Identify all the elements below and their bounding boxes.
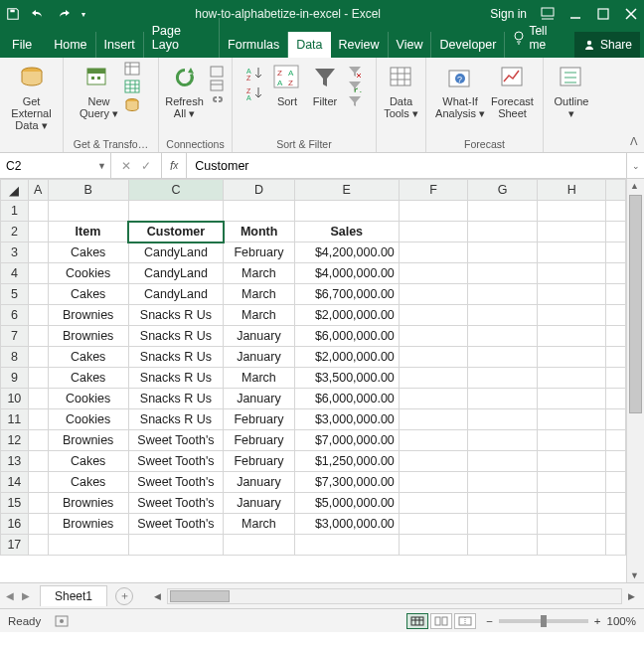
tell-me[interactable]: Tell me (505, 18, 574, 58)
tab-page-layo[interactable]: Page Layo (144, 18, 220, 58)
cell-E14[interactable]: $7,300,000.00 (294, 472, 399, 493)
forecast-sheet-button[interactable]: Forecast Sheet (491, 62, 534, 119)
cell-D13[interactable]: February (224, 451, 294, 472)
cell-E11[interactable]: $3,000,000.00 (294, 409, 399, 430)
cell-G16[interactable] (468, 514, 538, 535)
row-header-11[interactable]: 11 (1, 409, 29, 430)
collapse-ribbon-icon[interactable]: ᐱ (630, 135, 638, 148)
row-header-15[interactable]: 15 (1, 493, 29, 514)
scroll-right-icon[interactable]: ▶ (628, 591, 635, 601)
cell-F1[interactable] (399, 201, 467, 222)
cell-H12[interactable] (537, 430, 606, 451)
cell-A13[interactable] (28, 451, 48, 472)
col-header-H[interactable]: H (537, 180, 606, 201)
row-header-2[interactable]: 2 (1, 222, 29, 242)
col-header-G[interactable]: G (468, 180, 538, 201)
cell-H13[interactable] (537, 451, 606, 472)
cell-C4[interactable]: CandyLand (128, 263, 224, 284)
cell-F11[interactable] (399, 409, 467, 430)
fx-icon[interactable]: fx (162, 153, 187, 178)
cell-C5[interactable]: CandyLand (128, 284, 224, 305)
cell-F15[interactable] (399, 493, 467, 514)
col-header-B[interactable]: B (48, 180, 128, 201)
cell-D2[interactable]: Month (224, 222, 294, 242)
edit-links-icon[interactable] (210, 93, 226, 105)
cell-E3[interactable]: $4,200,000.00 (294, 242, 399, 263)
cell-C14[interactable]: Sweet Tooth's (128, 472, 224, 493)
cell-B17[interactable] (48, 535, 128, 556)
cell-F2[interactable] (399, 222, 467, 242)
col-header-E[interactable]: E (294, 180, 399, 201)
new-query-button[interactable]: New Query ▾ (80, 62, 118, 119)
cell-D10[interactable]: January (224, 389, 294, 409)
cell-E4[interactable]: $4,000,000.00 (294, 263, 399, 284)
cell-E10[interactable]: $6,000,000.00 (294, 389, 399, 409)
cell-B15[interactable]: Brownies (48, 493, 128, 514)
select-all-corner[interactable]: ◢ (1, 180, 29, 201)
cell-A11[interactable] (28, 409, 48, 430)
cell-B8[interactable]: Cakes (48, 347, 128, 368)
cell-H1[interactable] (537, 201, 606, 222)
cell-B12[interactable]: Brownies (48, 430, 128, 451)
cell-E15[interactable]: $5,000,000.00 (294, 493, 399, 514)
cell-A9[interactable] (28, 368, 48, 389)
cell-F12[interactable] (399, 430, 467, 451)
cell-G14[interactable] (468, 472, 538, 493)
cancel-formula-icon[interactable]: ✕ (121, 159, 131, 173)
cell-A15[interactable] (28, 493, 48, 514)
formula-input[interactable] (195, 159, 618, 173)
cell-B1[interactable] (48, 201, 128, 222)
row-header-9[interactable]: 9 (1, 368, 29, 389)
cell-F14[interactable] (399, 472, 467, 493)
cell-B2[interactable]: Item (48, 222, 128, 242)
cell-A5[interactable] (28, 284, 48, 305)
clear-filter-icon[interactable] (347, 66, 363, 78)
cell-F17[interactable] (399, 535, 467, 556)
cell-E1[interactable] (294, 201, 399, 222)
cell-C11[interactable]: Snacks R Us (128, 409, 224, 430)
name-box[interactable]: ▼ (0, 153, 111, 178)
sort-button[interactable]: ZAAZ Sort (271, 62, 303, 107)
cell-C13[interactable]: Sweet Tooth's (128, 451, 224, 472)
cell-B10[interactable]: Cookies (48, 389, 128, 409)
row-header-4[interactable]: 4 (1, 263, 29, 284)
cell-A2[interactable] (28, 222, 48, 242)
cell-G11[interactable] (468, 409, 538, 430)
tab-view[interactable]: View (389, 32, 432, 58)
cells-grid[interactable]: ◢ABCDEFGH 12ItemCustomerMonthSales3Cakes… (0, 179, 626, 556)
sheet-nav-next-icon[interactable]: ▶ (22, 590, 30, 601)
what-if-button[interactable]: ? What-If Analysis ▾ (435, 62, 485, 119)
cell-A17[interactable] (28, 535, 48, 556)
cell-E2[interactable]: Sales (294, 222, 399, 242)
scroll-up-icon[interactable]: ▲ (630, 181, 639, 191)
row-header-8[interactable]: 8 (1, 347, 29, 368)
row-header-12[interactable]: 12 (1, 430, 29, 451)
advanced-filter-icon[interactable] (347, 95, 363, 107)
show-queries-icon[interactable] (124, 62, 142, 78)
row-header-1[interactable]: 1 (1, 201, 29, 222)
cell-A4[interactable] (28, 263, 48, 284)
cell-C8[interactable]: Snacks R Us (128, 347, 224, 368)
zoom-level[interactable]: 100% (607, 615, 636, 627)
share-button[interactable]: Share (574, 32, 640, 58)
zoom-out-button[interactable]: − (486, 615, 493, 627)
cell-H7[interactable] (537, 326, 606, 347)
cell-H11[interactable] (537, 409, 606, 430)
tab-home[interactable]: Home (46, 32, 95, 58)
cell-G2[interactable] (468, 222, 538, 242)
cell-C2[interactable]: Customer (128, 222, 224, 242)
cell-F3[interactable] (399, 242, 467, 263)
cell-D7[interactable]: January (224, 326, 294, 347)
cell-B5[interactable]: Cakes (48, 284, 128, 305)
cell-G1[interactable] (468, 201, 538, 222)
zoom-slider[interactable] (499, 619, 588, 623)
sort-za-icon[interactable]: ZA (245, 85, 265, 101)
row-header-6[interactable]: 6 (1, 305, 29, 326)
save-icon[interactable] (6, 7, 20, 21)
cell-H14[interactable] (537, 472, 606, 493)
cell-B7[interactable]: Brownies (48, 326, 128, 347)
cell-F13[interactable] (399, 451, 467, 472)
cell-E9[interactable]: $3,500,000.00 (294, 368, 399, 389)
cell-G13[interactable] (468, 451, 538, 472)
cell-G3[interactable] (468, 242, 538, 263)
